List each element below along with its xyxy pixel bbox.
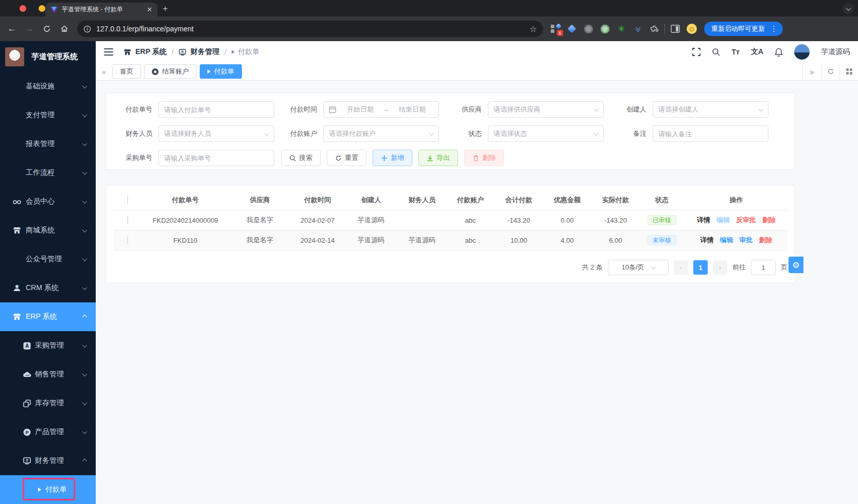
sidebar-item-inventory-management[interactable]: 库存管理 (0, 389, 96, 418)
remark-input[interactable] (653, 125, 768, 142)
extension-gem-icon[interactable] (567, 24, 577, 34)
delete-link[interactable]: 删除 (762, 215, 776, 225)
tag-home[interactable]: 首页 (112, 64, 141, 79)
chrome-update-button[interactable]: 重新启动即可更新 ⋮ (704, 22, 783, 36)
row-checkbox[interactable] (127, 217, 128, 224)
address-bar[interactable]: 127.0.0.1/erp/finance/payment ☆ (77, 21, 543, 37)
edit-link[interactable]: 编辑 (716, 215, 730, 225)
extension-gray-icon[interactable] (583, 24, 593, 34)
bookmark-star-icon[interactable]: ☆ (530, 24, 537, 34)
new-tab-button[interactable]: + (163, 4, 168, 14)
export-button[interactable]: 导出 (418, 150, 458, 166)
tag-payment-slip[interactable]: 付款单 (200, 64, 242, 79)
breadcrumb-erp[interactable]: ERP 系统 (135, 47, 166, 57)
payment-time-range-picker[interactable]: 开始日期 – 结束日期 (323, 101, 439, 118)
sidebar-item-mall-system[interactable]: 商城系统 (0, 216, 96, 245)
reset-button[interactable]: 重置 (327, 150, 366, 166)
add-button[interactable]: 新增 (373, 150, 412, 166)
refresh-page-icon[interactable] (821, 63, 839, 80)
window-close-button[interactable] (20, 5, 26, 12)
extension-star-icon[interactable]: ✳ (616, 24, 626, 34)
delete-button-label: 删除 (482, 153, 496, 163)
edit-link[interactable]: 编辑 (720, 236, 733, 245)
end-date-placeholder[interactable]: 结束日期 (391, 105, 433, 114)
purchase-no-input-field[interactable] (164, 154, 269, 162)
extension-devtools-icon[interactable]: 6 (550, 24, 561, 34)
reload-icon[interactable] (38, 20, 56, 38)
tags-scroll-left-icon[interactable]: « (96, 67, 112, 76)
sidebar-item-purchase-management[interactable]: A 采购管理 (0, 331, 96, 360)
goto-page-input[interactable]: 1 (751, 260, 776, 275)
supplier-select[interactable]: 请选择供供应商 (488, 101, 604, 118)
split-view-icon[interactable] (670, 24, 680, 34)
next-page-button[interactable]: › (713, 260, 727, 275)
sidebar-item-label: 报表管理 (26, 139, 55, 149)
creator-select[interactable]: 请选择创建人 (653, 101, 768, 118)
unapprove-link[interactable]: 反审批 (736, 215, 756, 225)
url-text[interactable]: 127.0.0.1/erp/finance/payment (96, 25, 524, 33)
sidebar-item-payment-slip[interactable]: 付款单 (0, 475, 96, 504)
sidebar-item-member-center[interactable]: 会员中心 (0, 187, 96, 216)
user-avatar[interactable] (794, 44, 810, 60)
delete-link[interactable]: 删除 (759, 236, 773, 245)
layout-grid-icon[interactable] (839, 63, 858, 80)
user-name[interactable]: 芋道源码 (821, 47, 850, 57)
tab-close-icon[interactable]: ✕ (147, 6, 152, 13)
chrome-menu-kebab-icon[interactable]: ⋮ (768, 24, 780, 33)
purchase-no-input[interactable] (159, 150, 274, 166)
filter-label-finance-user: 财务人员 (116, 129, 152, 138)
search-button[interactable]: 搜索 (281, 150, 321, 166)
extension-scroll-icon[interactable] (633, 24, 643, 34)
sidebar-item-report-management[interactable]: 报表管理 (0, 130, 96, 158)
page-size-select[interactable]: 10条/页 (608, 260, 669, 275)
collapse-menu-icon[interactable] (104, 48, 113, 56)
extension-green-circle-icon[interactable] (600, 24, 610, 34)
tab-search-button[interactable] (843, 3, 854, 14)
sidebar-item-crm-system[interactable]: CRM 系统 (0, 274, 96, 302)
search-icon[interactable] (712, 48, 720, 56)
tags-scroll-right-icon[interactable]: » (802, 63, 821, 80)
font-size-icon[interactable]: Tᴛ (731, 48, 739, 56)
prev-page-button[interactable]: ‹ (674, 260, 688, 275)
detail-link[interactable]: 详情 (701, 236, 714, 245)
breadcrumb: ERP 系统 / 财务管理 / 付款单 (124, 47, 259, 57)
app-logo-row[interactable]: 芋道管理系统 (0, 41, 96, 72)
delete-button[interactable]: 删除 (464, 150, 504, 166)
extensions-puzzle-icon[interactable] (649, 24, 659, 34)
payment-table-card: 付款单号 供应商 付款时间 创建人 财务人员 付款账户 合计付款 优惠金额 实际… (106, 185, 795, 283)
remark-input-field[interactable] (658, 130, 763, 138)
breadcrumb-finance[interactable]: 财务管理 (190, 47, 219, 57)
status-select[interactable]: 请选择状态 (488, 125, 604, 142)
table-row: FKD110 我是名字 2024-02-14 芋道源码 芋道源码 abc 10.… (113, 230, 787, 250)
approve-link[interactable]: 审批 (740, 236, 753, 245)
start-date-placeholder[interactable]: 开始日期 (339, 105, 381, 114)
sidebar-item-official-account[interactable]: 公众号管理 (0, 245, 96, 274)
site-info-icon[interactable] (83, 25, 91, 33)
payment-no-input[interactable] (159, 101, 274, 118)
sidebar-item-erp-system[interactable]: ERP 系统 (0, 302, 96, 331)
detail-link[interactable]: 详情 (697, 215, 710, 225)
window-minimize-button[interactable] (39, 5, 45, 12)
sidebar-item-product-management[interactable]: P 产品管理 (0, 418, 96, 446)
home-icon[interactable] (56, 20, 73, 38)
account-select[interactable]: 请选择付款账户 (323, 125, 439, 142)
browser-tab[interactable]: 芋道管理系统 - 付款单 ✕ (45, 3, 157, 16)
finance-user-select[interactable]: 请选择财务人员 (159, 125, 274, 142)
locale-icon[interactable]: 文A (751, 47, 763, 57)
sidebar-item-finance-management[interactable]: 财务管理 (0, 446, 96, 475)
notification-bell-icon[interactable] (775, 48, 783, 57)
sidebar-item-sales-management[interactable]: 销售管理 (0, 360, 96, 389)
row-checkbox[interactable] (127, 237, 128, 244)
tag-settlement-account[interactable]: 结算账户 (144, 64, 197, 79)
fullscreen-icon[interactable] (692, 48, 701, 56)
back-icon[interactable]: ← (3, 20, 21, 38)
sidebar-item-workflow[interactable]: 工作流程 (0, 158, 96, 187)
payment-no-input-field[interactable] (164, 106, 269, 114)
page-1-button[interactable]: 1 (693, 260, 708, 275)
select-all-checkbox[interactable] (127, 196, 128, 204)
sidebar-item-infrastructure[interactable]: 基础设施 (0, 72, 96, 101)
profile-avatar-icon[interactable]: ☺ (687, 24, 697, 34)
forward-icon[interactable]: → (21, 20, 38, 38)
theme-settings-button[interactable]: ⚙ (789, 257, 803, 273)
sidebar-item-pay-management[interactable]: 支付管理 (0, 101, 96, 130)
